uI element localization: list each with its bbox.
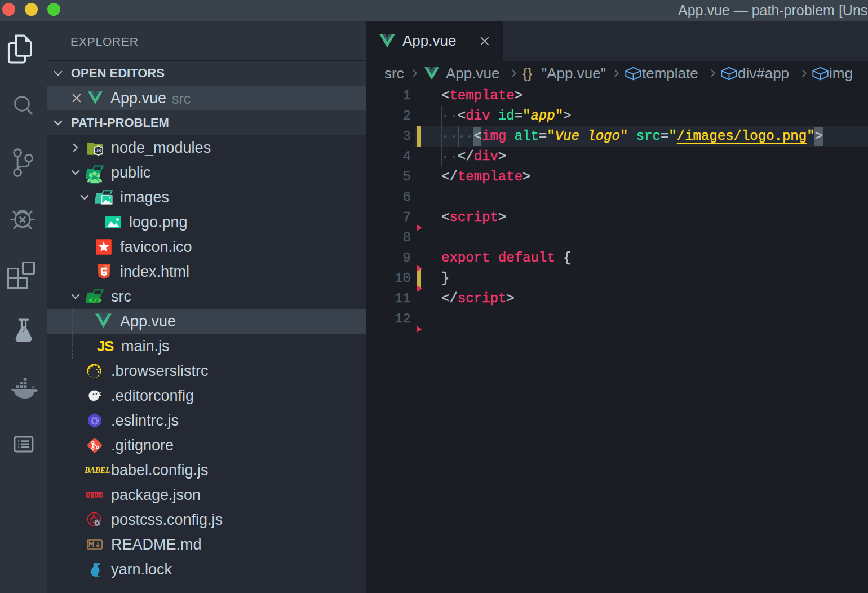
svg-text:JS: JS: [95, 148, 101, 153]
svg-text:</>: </>: [88, 296, 102, 305]
